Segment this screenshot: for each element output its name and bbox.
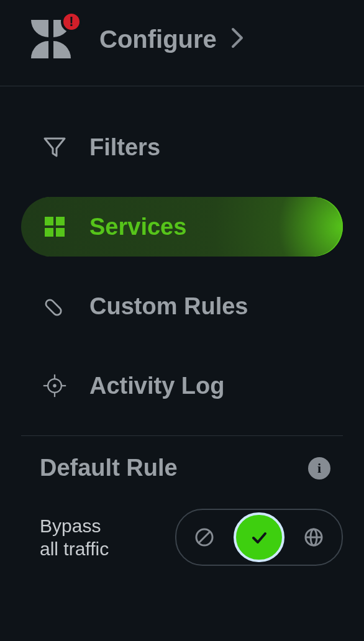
default-rule-toggle bbox=[175, 509, 343, 566]
svg-rect-0 bbox=[45, 217, 53, 225]
chevron-right-icon[interactable] bbox=[230, 27, 244, 52]
block-option[interactable] bbox=[179, 515, 230, 560]
block-icon bbox=[194, 527, 215, 548]
global-option[interactable] bbox=[288, 515, 339, 560]
section-title: Default Rule bbox=[40, 455, 178, 481]
nav-label: Activity Log bbox=[89, 373, 224, 399]
default-rule-section: Default Rule i Bypass all traffic bbox=[0, 436, 364, 566]
header: ! Configure bbox=[0, 0, 364, 86]
default-rule-label: Bypass all traffic bbox=[40, 514, 109, 561]
nav-label: Filters bbox=[89, 134, 160, 161]
svg-point-6 bbox=[53, 384, 56, 387]
grid-icon bbox=[42, 214, 67, 239]
svg-rect-4 bbox=[44, 298, 63, 317]
filter-icon bbox=[42, 135, 67, 160]
nav-item-filters[interactable]: Filters bbox=[21, 117, 343, 177]
svg-rect-1 bbox=[56, 217, 65, 225]
check-icon bbox=[248, 527, 270, 548]
app-logo: ! bbox=[21, 17, 81, 61]
nav-item-custom-rules[interactable]: Custom Rules bbox=[21, 276, 343, 336]
nav-item-services[interactable]: Services bbox=[21, 197, 343, 257]
svg-rect-2 bbox=[45, 228, 53, 237]
sidebar-nav: Filters Services Custom Rules bbox=[0, 86, 364, 416]
nav-label: Custom Rules bbox=[89, 293, 248, 320]
globe-icon bbox=[303, 527, 324, 548]
svg-rect-3 bbox=[56, 228, 65, 237]
nav-item-activity-log[interactable]: Activity Log bbox=[21, 356, 343, 416]
svg-line-12 bbox=[199, 532, 210, 543]
nav-label: Services bbox=[89, 214, 186, 240]
allow-option[interactable] bbox=[234, 512, 284, 562]
default-rule-row: Bypass all traffic bbox=[40, 509, 343, 566]
page-title: Configure bbox=[99, 25, 217, 53]
ruler-icon bbox=[42, 294, 67, 319]
target-icon bbox=[42, 373, 67, 398]
alert-badge-icon: ! bbox=[61, 11, 82, 32]
info-icon[interactable]: i bbox=[308, 457, 330, 480]
section-header: Default Rule i bbox=[40, 455, 343, 481]
